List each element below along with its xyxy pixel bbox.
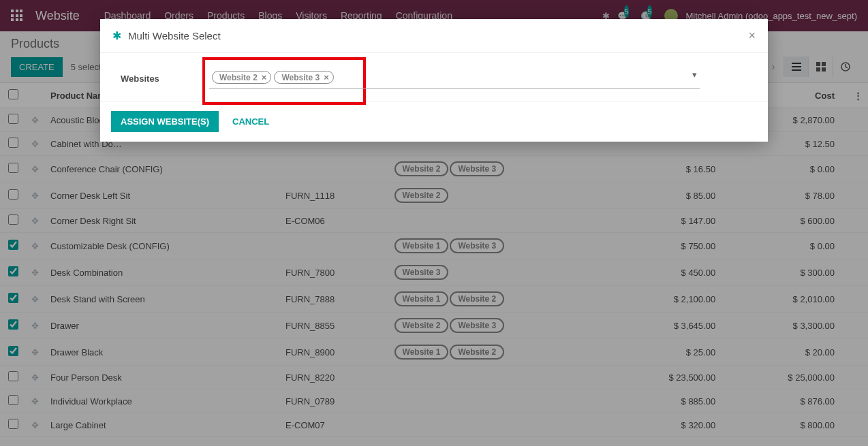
tag-label: Website 3 — [281, 73, 320, 82]
input-tag-website-2[interactable]: Website 2 × — [212, 71, 271, 84]
modal-title: Multi Website Select — [128, 30, 221, 42]
modal-overlay: ✱ Multi Website Select × Websites Websit… — [0, 0, 868, 443]
tag-label: Website 2 — [219, 73, 258, 82]
dropdown-caret-icon[interactable]: ▾ — [692, 69, 697, 80]
input-tag-website-3[interactable]: Website 3 × — [274, 71, 333, 84]
remove-tag-icon[interactable]: × — [324, 72, 329, 82]
remove-tag-icon[interactable]: × — [262, 72, 267, 82]
websites-input[interactable]: Website 2 × Website 3 × ▾ — [209, 67, 700, 89]
multi-website-modal: ✱ Multi Website Select × Websites Websit… — [100, 19, 768, 142]
close-icon[interactable]: × — [748, 29, 756, 43]
websites-field-label: Websites — [121, 67, 209, 84]
assign-websites-button[interactable]: ASSIGN WEBSITE(S) — [111, 111, 219, 132]
cancel-button[interactable]: CANCEL — [232, 116, 269, 127]
bug-icon: ✱ — [112, 29, 121, 42]
